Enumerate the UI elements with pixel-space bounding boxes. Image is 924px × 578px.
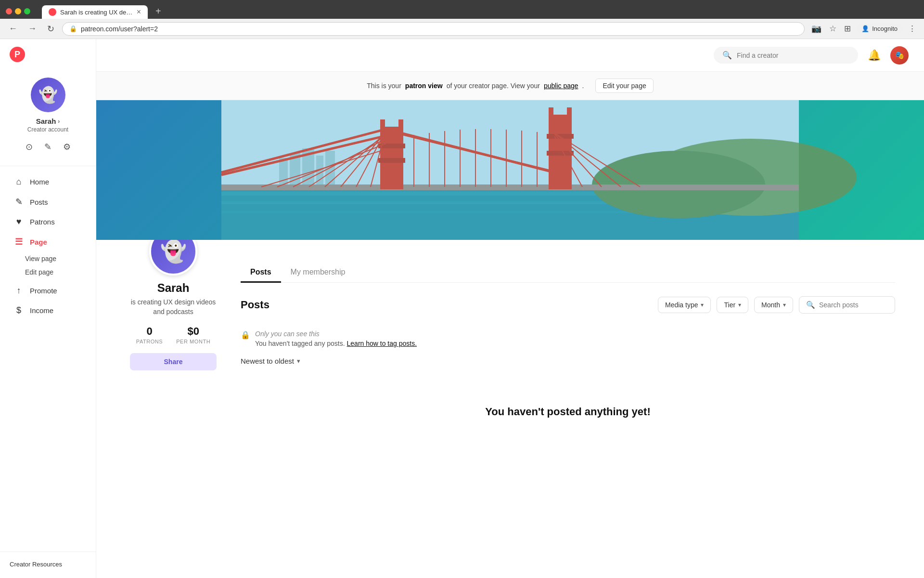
- patrons-label: PATRONS: [136, 339, 163, 344]
- posts-tabs: Posts My membership: [241, 263, 895, 283]
- sidebar-item-promote[interactable]: ↑ Promote: [4, 281, 92, 301]
- svg-rect-46: [221, 100, 799, 240]
- address-text: patreon.com/user?alert=2: [81, 25, 158, 33]
- patron-banner: This is your patron view of your creator…: [96, 72, 924, 100]
- maximize-traffic-light[interactable]: [24, 8, 30, 14]
- sidebar-item-label-home: Home: [30, 178, 49, 186]
- minimize-traffic-light[interactable]: [15, 8, 21, 14]
- posts-section: Posts My membership Posts Media type ▾: [241, 251, 895, 453]
- toolbar-icons: 📷 ☆ ⊞ 👤 Incognito ⋮: [809, 22, 918, 36]
- tier-filter[interactable]: Tier ▾: [717, 297, 748, 313]
- media-type-filter[interactable]: Media type ▾: [658, 297, 711, 313]
- browser-tab-bar: Sarah is creating UX design vi... × +: [42, 4, 918, 19]
- month-filter[interactable]: Month ▾: [754, 297, 793, 313]
- logo-letter: P: [14, 50, 20, 60]
- browser-tab[interactable]: Sarah is creating UX design vi... ×: [42, 5, 148, 19]
- settings-button[interactable]: ⚙: [61, 140, 73, 154]
- patrons-count: 0: [136, 325, 163, 338]
- sidebar-item-label-page: Page: [30, 238, 47, 246]
- sidebar-item-posts[interactable]: ✎ Posts: [4, 192, 92, 212]
- back-button[interactable]: ←: [6, 23, 20, 35]
- avatar: 👻: [31, 78, 65, 112]
- close-traffic-light[interactable]: [6, 8, 12, 14]
- income-icon: $: [13, 305, 24, 315]
- promote-icon: ↑: [13, 286, 24, 296]
- creator-name: Sarah: [157, 281, 190, 295]
- creator-description: is creating UX design videos and podcast…: [131, 298, 216, 316]
- sidebar-item-label-promote: Promote: [30, 287, 57, 295]
- tab-my-membership[interactable]: My membership: [281, 263, 355, 283]
- sidebar-item-label-posts: Posts: [30, 198, 48, 206]
- edit-your-page-button[interactable]: Edit your page: [595, 79, 653, 93]
- profile-actions: ⊙ ✎ ⚙: [24, 140, 73, 154]
- user-avatar[interactable]: 🎭: [890, 46, 909, 65]
- posts-header: Posts Media type ▾ Tier ▾ Month: [241, 296, 895, 314]
- sort-button[interactable]: Newest to oldest ▾: [241, 357, 300, 365]
- only-you-text: Only you can see this: [255, 330, 417, 338]
- main-content: 🔍 🔔 🎭 This is your patron view of your c…: [96, 39, 924, 578]
- patreon-logo[interactable]: P: [10, 47, 25, 62]
- edit-profile-button[interactable]: ✎: [42, 140, 53, 154]
- notifications-button[interactable]: 🔔: [868, 49, 881, 62]
- avatar-ghost-icon: 👻: [38, 86, 58, 104]
- sidebar-item-patrons[interactable]: ♥ Patrons: [4, 212, 92, 232]
- sort-row: Newest to oldest ▾: [241, 357, 895, 365]
- camera-icon[interactable]: 📷: [809, 22, 823, 36]
- lock-icon: 🔒: [241, 330, 250, 340]
- sidebar-profile: 👻 Sarah › Creator account ⊙ ✎ ⚙: [0, 70, 96, 164]
- extensions-icon[interactable]: ⊞: [842, 22, 853, 36]
- patrons-icon: ♥: [13, 217, 24, 227]
- per-month-value: $0: [176, 325, 210, 338]
- sidebar-bottom: Creator Resources: [0, 552, 96, 578]
- star-icon[interactable]: ☆: [827, 22, 838, 36]
- tier-label: Tier: [724, 301, 735, 309]
- home-icon: ⌂: [13, 177, 24, 187]
- creator-search-bar[interactable]: 🔍: [714, 47, 858, 64]
- per-month-label: PER MONTH: [176, 339, 210, 344]
- media-type-chevron-icon: ▾: [701, 302, 704, 308]
- tag-notice-content: Only you can see this You haven't tagged…: [255, 330, 417, 347]
- incognito-badge[interactable]: 👤 Incognito: [857, 24, 902, 34]
- sidebar-item-page[interactable]: ☰ Page: [4, 232, 92, 252]
- refresh-button[interactable]: ↻: [44, 23, 57, 35]
- profile-subtitle: Creator account: [27, 126, 68, 133]
- no-posts-area: You haven't posted anything yet!: [241, 377, 895, 453]
- edit-page-subitem[interactable]: Edit page: [25, 265, 96, 279]
- address-bar[interactable]: 🔒 patreon.com/user?alert=2: [62, 22, 805, 36]
- search-posts-container[interactable]: 🔍: [799, 296, 895, 314]
- media-type-label: Media type: [665, 301, 698, 309]
- new-tab-button[interactable]: +: [152, 4, 165, 19]
- month-label: Month: [761, 301, 780, 309]
- search-posts-input[interactable]: [819, 301, 903, 309]
- posts-icon: ✎: [13, 197, 24, 207]
- creator-resources-link[interactable]: Creator Resources: [10, 561, 62, 568]
- incognito-label: Incognito: [872, 25, 898, 32]
- learn-to-tag-link[interactable]: Learn how to tag posts.: [347, 340, 417, 347]
- stats-row: 0 PATRONS $0 PER MONTH: [136, 325, 210, 344]
- forward-button[interactable]: →: [25, 23, 39, 35]
- tab-close-button[interactable]: ×: [137, 8, 141, 16]
- sort-label: Newest to oldest: [241, 357, 294, 365]
- page-subitems: View page Edit page: [0, 252, 96, 279]
- sidebar-item-income[interactable]: $ Income: [4, 301, 92, 320]
- share-button[interactable]: Share: [130, 353, 217, 370]
- tag-notice: 🔒 Only you can see this You haven't tagg…: [241, 323, 895, 351]
- view-page-subitem[interactable]: View page: [25, 252, 96, 265]
- view-profile-button[interactable]: ⊙: [24, 140, 35, 154]
- header-right: 🔍 🔔 🎭: [714, 46, 909, 65]
- creator-search-input[interactable]: [737, 52, 849, 59]
- patrons-stat: 0 PATRONS: [136, 325, 163, 344]
- posts-filters: Media type ▾ Tier ▾ Month ▾: [658, 296, 895, 314]
- app-header: 🔍 🔔 🎭: [96, 39, 924, 72]
- patron-banner-prefix: This is your: [367, 82, 401, 90]
- patron-banner-bold: patron view: [405, 82, 443, 90]
- per-month-stat: $0 PER MONTH: [176, 325, 210, 344]
- public-page-link[interactable]: public page: [544, 82, 578, 90]
- sidebar-item-home[interactable]: ⌂ Home: [4, 172, 92, 192]
- lock-icon: 🔒: [69, 25, 77, 32]
- tier-chevron-icon: ▾: [738, 302, 741, 308]
- menu-icon[interactable]: ⋮: [906, 22, 918, 36]
- tab-posts[interactable]: Posts: [241, 263, 281, 283]
- search-icon: 🔍: [722, 51, 732, 60]
- sidebar: P 👻 Sarah › Creator account ⊙ ✎ ⚙ ⌂: [0, 39, 96, 578]
